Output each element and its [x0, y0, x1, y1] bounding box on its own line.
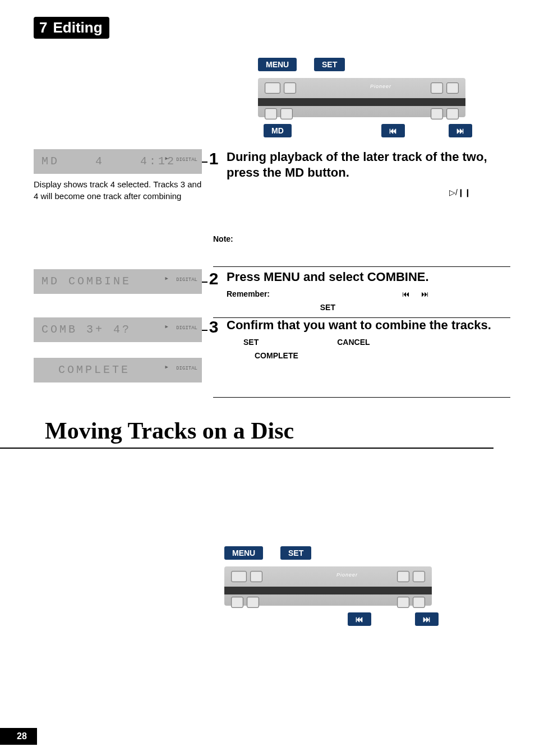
remote-btn-down-2	[413, 597, 425, 608]
step2-set-label: SET	[320, 303, 335, 312]
callout-next-2: ⏭	[415, 612, 439, 626]
callout-prev-2: ⏮	[348, 612, 371, 626]
chapter-title: Editing	[53, 19, 102, 36]
remote-btn-power-2	[231, 597, 243, 608]
remote-btn-g	[431, 108, 443, 119]
remote-btn-md	[280, 108, 293, 119]
lcd1-right: 4:12	[140, 155, 176, 168]
step3-title: Confirm that you want to combine the tra…	[227, 317, 491, 333]
lcd3-text: COMB 3+ 4?	[41, 323, 131, 336]
remember-label: Remember:	[227, 289, 270, 298]
play-tri-icon-2: ▶	[165, 269, 170, 291]
remote-btn-menu	[265, 82, 280, 94]
step3-complete-label: COMPLETE	[255, 351, 298, 360]
remote-strip	[258, 98, 465, 106]
step-number-2: 2	[205, 269, 222, 312]
step2-title: Press MENU and select COMBINE.	[227, 269, 429, 285]
remote-figure-bottom: MENU SET ⏮ ⏭ Pioneer	[207, 550, 449, 623]
remote-btn-e-2	[397, 571, 409, 582]
step1-title: During playback of the later track of th…	[227, 149, 505, 180]
callout-menu: MENU	[258, 58, 297, 71]
callout-menu-2: MENU	[224, 546, 263, 560]
remote-btn-g-2	[397, 597, 409, 608]
step3-set-label: SET	[243, 338, 259, 347]
divider-1	[213, 266, 510, 267]
callout-md: MD	[264, 124, 292, 137]
prev-glyph: ⏮	[402, 289, 410, 298]
lcd3-badge: DIGITAL	[176, 317, 197, 340]
remote-btn-e	[431, 82, 443, 94]
callout-prev: ⏮	[381, 124, 405, 137]
step-number-1: 1	[205, 149, 222, 197]
lcd4-badge: DIGITAL	[176, 358, 197, 381]
lcd1-left: MD	[41, 155, 59, 168]
brand-label-2: Pioneer	[336, 572, 358, 578]
lcd1-badge: DIGITAL	[176, 149, 197, 172]
remote-strip-2	[224, 587, 432, 594]
step3-cancel-label: CANCEL	[337, 338, 370, 347]
lcd4-text: COMPLETE	[41, 363, 130, 376]
remote-btn-menu-2	[231, 571, 247, 582]
lcd2-text: MD COMBINE	[41, 275, 131, 288]
remote-btn-up	[446, 82, 459, 94]
play-tri-icon-3: ▶	[165, 317, 170, 339]
section-title-moving: Moving Tracks on a Disc	[45, 417, 482, 449]
note-label: Note:	[213, 234, 233, 243]
next-glyph: ⏭	[421, 289, 429, 298]
play-tri-icon-4: ▶	[165, 358, 170, 380]
play-tri-icon: ▶	[165, 149, 170, 171]
lcd1-caption: Display shows track 4 selected. Tracks 3…	[34, 178, 202, 202]
step-number-3: 3	[205, 317, 222, 360]
remote-btn-set	[284, 82, 296, 94]
lcd2-badge: DIGITAL	[176, 269, 197, 292]
remote-body-2: Pioneer	[224, 566, 432, 606]
chapter-number: 7	[39, 19, 47, 36]
callout-set-2: SET	[280, 546, 311, 560]
play-pause-icon: ▷/❙❙	[449, 188, 471, 197]
lcd1-mid: 4	[95, 155, 104, 168]
remote-figure-top: MENU SET MD ⏮ ⏭ Pioneer	[241, 61, 482, 134]
page-number: 28	[0, 728, 37, 745]
brand-label: Pioneer	[370, 84, 391, 89]
divider-3	[213, 397, 510, 398]
remote-btn-up-2	[413, 571, 425, 582]
remote-btn-d-2	[247, 597, 259, 608]
remote-body: Pioneer	[258, 78, 465, 117]
lcd-display-1: MD 4 4:12 ▶ DIGITAL	[34, 149, 202, 174]
remote-btn-set-2	[250, 571, 262, 582]
lcd-display-3: COMB 3+ 4? ▶ DIGITAL	[34, 317, 202, 342]
callout-set: SET	[314, 58, 345, 71]
lcd-display-2: MD COMBINE ▶ DIGITAL	[34, 269, 202, 294]
note-block: Note:	[213, 234, 505, 243]
remote-btn-power	[265, 108, 277, 119]
remote-btn-down	[446, 108, 459, 119]
chapter-tab: 7 Editing	[34, 17, 109, 39]
lcd-display-4: COMPLETE ▶ DIGITAL	[34, 358, 202, 382]
callout-next: ⏭	[449, 124, 472, 137]
